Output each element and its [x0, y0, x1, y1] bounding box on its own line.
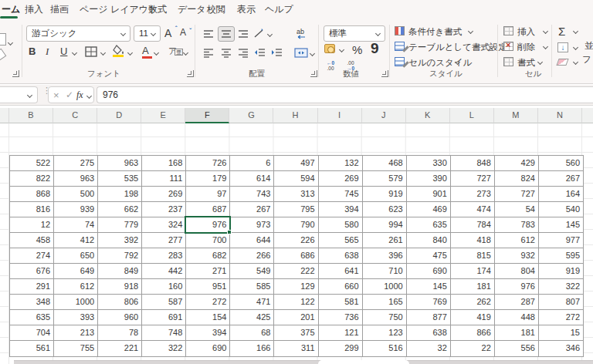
- cell[interactable]: 804: [495, 264, 539, 279]
- cell[interactable]: 287: [495, 295, 539, 310]
- italic-button[interactable]: I: [46, 46, 49, 58]
- cell[interactable]: 612: [54, 279, 98, 295]
- cell[interactable]: 790: [274, 217, 318, 233]
- cell[interactable]: 638: [319, 248, 363, 264]
- align-left-icon[interactable]: [203, 49, 214, 57]
- cell[interactable]: 976: [186, 217, 230, 233]
- autosum-dropdown-icon[interactable]: [573, 29, 578, 34]
- cell[interactable]: 687: [186, 202, 230, 217]
- column-header-G[interactable]: G: [229, 108, 273, 123]
- cell[interactable]: 815: [451, 248, 495, 264]
- cell[interactable]: 580: [319, 217, 363, 233]
- cell[interactable]: 275: [54, 156, 98, 171]
- cell[interactable]: 277: [142, 233, 186, 248]
- cell[interactable]: 795: [274, 202, 318, 217]
- fill-color-dropdown-icon[interactable]: [127, 50, 133, 56]
- cell[interactable]: 848: [451, 156, 495, 171]
- enter-icon[interactable]: ✓: [66, 89, 73, 100]
- cell[interactable]: 201: [274, 310, 318, 325]
- comma-style-button[interactable]: 9: [371, 40, 379, 57]
- cell[interactable]: 181: [495, 325, 539, 341]
- cell[interactable]: 322: [142, 341, 186, 356]
- wrap-text-icon[interactable]: ab: [296, 28, 309, 39]
- cell[interactable]: 97: [186, 187, 230, 202]
- cell[interactable]: 686: [274, 248, 318, 264]
- cell[interactable]: 755: [54, 341, 98, 356]
- cell[interactable]: 919: [539, 264, 583, 279]
- percent-style-button[interactable]: %: [352, 43, 362, 56]
- currency-format-icon[interactable]: [324, 44, 335, 53]
- cell[interactable]: 396: [363, 248, 407, 264]
- cell[interactable]: 901: [407, 187, 451, 202]
- cell[interactable]: 429: [495, 156, 539, 171]
- cell[interactable]: 840: [407, 233, 451, 248]
- cell[interactable]: 565: [319, 233, 363, 248]
- font-color-dropdown-icon[interactable]: [154, 50, 159, 56]
- delete-cells-button[interactable]: 削除: [517, 42, 535, 53]
- cell[interactable]: 164: [539, 187, 583, 202]
- cell[interactable]: 710: [363, 264, 407, 279]
- cell[interactable]: 226: [274, 233, 318, 248]
- cell[interactable]: 174: [451, 264, 495, 279]
- cell[interactable]: 700: [186, 233, 230, 248]
- cell-styles-button[interactable]: セルのスタイル: [408, 57, 472, 69]
- cell[interactable]: 78: [98, 325, 142, 341]
- cell[interactable]: 877: [407, 310, 451, 325]
- cell[interactable]: 448: [495, 310, 539, 325]
- cell-styles-icon[interactable]: [395, 57, 405, 66]
- column-header-N[interactable]: N: [538, 108, 582, 123]
- cell[interactable]: 743: [230, 187, 274, 202]
- cell[interactable]: 644: [230, 233, 274, 248]
- tab-page-layout[interactable]: ページ レイアウト: [80, 3, 158, 16]
- paste-dropdown-icon[interactable]: [8, 40, 13, 46]
- cell[interactable]: 267: [539, 171, 583, 187]
- cell[interactable]: 237: [142, 202, 186, 217]
- cell[interactable]: 641: [319, 264, 363, 279]
- clear-icon[interactable]: [556, 59, 568, 66]
- cell[interactable]: 973: [230, 217, 274, 233]
- borders-icon[interactable]: [85, 46, 97, 57]
- cell[interactable]: 516: [363, 341, 407, 356]
- cell[interactable]: 68: [230, 325, 274, 341]
- cell[interactable]: 132: [319, 156, 363, 171]
- column-header-J[interactable]: J: [362, 108, 406, 123]
- cell[interactable]: 6: [230, 156, 274, 171]
- tab-view[interactable]: 表示: [237, 3, 256, 16]
- cell[interactable]: 585: [230, 279, 274, 295]
- cell[interactable]: 939: [54, 202, 98, 217]
- cell[interactable]: 783: [495, 217, 539, 233]
- cell[interactable]: 704: [10, 325, 54, 341]
- cell[interactable]: 963: [54, 171, 98, 187]
- font-dialog-launcher-icon[interactable]: [187, 70, 194, 77]
- cell[interactable]: 748: [142, 325, 186, 341]
- cell[interactable]: 111: [142, 171, 186, 187]
- cell[interactable]: 311: [274, 341, 318, 356]
- cell[interactable]: 412: [54, 233, 98, 248]
- cell[interactable]: 272: [186, 295, 230, 310]
- alignment-dialog-launcher-icon[interactable]: [310, 70, 317, 77]
- fill-down-icon[interactable]: ↓: [557, 42, 568, 52]
- column-header-M[interactable]: M: [494, 108, 538, 123]
- number-dialog-launcher-icon[interactable]: [381, 70, 388, 77]
- cell[interactable]: 560: [539, 156, 583, 171]
- cell[interactable]: 994: [363, 217, 407, 233]
- cell[interactable]: 792: [98, 248, 142, 264]
- insert-function-icon[interactable]: fx: [76, 89, 83, 101]
- orientation-icon[interactable]: [253, 28, 265, 39]
- increase-indent-icon[interactable]: [271, 49, 283, 57]
- cell[interactable]: 650: [54, 248, 98, 264]
- cell[interactable]: 221: [98, 341, 142, 356]
- cell[interactable]: 375: [274, 325, 318, 341]
- tab-formulas[interactable]: 数式: [148, 3, 167, 16]
- cell[interactable]: 121: [319, 325, 363, 341]
- merge-dropdown-icon[interactable]: [310, 51, 315, 56]
- cell[interactable]: 662: [98, 202, 142, 217]
- tab-help[interactable]: ヘルプ: [265, 3, 293, 16]
- cell[interactable]: 291: [10, 279, 54, 295]
- column-header-partial[interactable]: [0, 108, 9, 123]
- merge-center-icon[interactable]: [294, 48, 308, 58]
- cell[interactable]: 932: [495, 248, 539, 264]
- column-header-H[interactable]: H: [273, 108, 317, 123]
- font-size-combobox[interactable]: 11: [134, 25, 161, 42]
- format-painter-icon[interactable]: [0, 49, 6, 62]
